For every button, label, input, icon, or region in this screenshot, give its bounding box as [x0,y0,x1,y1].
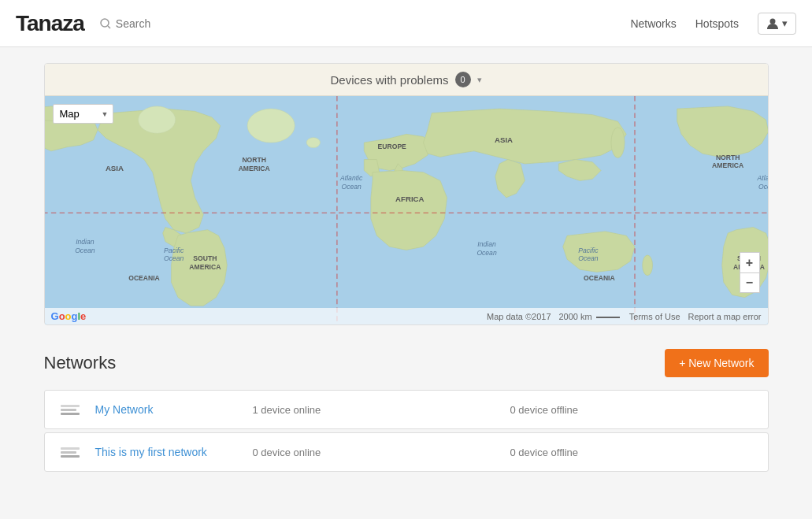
network-icon-bar-3 [61,413,80,415]
svg-text:Ocean: Ocean [163,254,184,262]
svg-text:NORTH: NORTH [242,156,265,164]
new-network-button[interactable]: + New Network [665,349,768,377]
world-map[interactable]: ASIA NORTH AMERICA EUROPE ASIA NORTH AME… [45,96,768,324]
zoom-controls: + − [740,252,760,293]
svg-text:EUROPE: EUROPE [377,143,406,150]
header: Tanaza Networks Hotspots ▾ [0,0,812,47]
network-icon [61,447,80,458]
svg-text:AMERICA: AMERICA [238,165,269,172]
search-icon [100,18,111,29]
map-container[interactable]: ASIA NORTH AMERICA EUROPE ASIA NORTH AME… [45,96,768,324]
problems-label: Devices with problems [330,73,448,87]
report-map-error-link[interactable]: Report a map error [688,312,762,321]
svg-text:Ocean: Ocean [758,183,768,191]
network-item[interactable]: This is my first network 0 device online… [44,432,769,472]
network-name[interactable]: This is my first network [95,446,237,458]
network-list: My Network 1 device online 0 device offl… [44,390,769,475]
google-logo: Google [51,310,87,322]
networks-header: Networks + New Network [44,349,769,377]
map-scale: 2000 km [559,312,621,321]
svg-text:Atlantic: Atlantic [756,174,767,182]
network-icon-bar-3 [61,455,80,458]
svg-text:Pacific: Pacific [163,247,184,254]
logo: Tanaza [16,11,84,36]
network-icon-bar-1 [61,447,80,450]
map-type-selector[interactable]: Map Satellite [53,104,113,124]
nav-hotspots[interactable]: Hotspots [695,17,739,30]
svg-point-4 [247,109,295,143]
user-icon [766,17,779,30]
svg-text:Ocean: Ocean [341,183,362,191]
network-offline-count: 0 device offline [510,404,752,416]
terms-of-use-link[interactable]: Terms of Use [629,312,680,321]
zoom-out-button[interactable]: − [740,272,760,293]
svg-text:Ocean: Ocean [75,247,95,254]
svg-point-8 [138,106,175,133]
svg-point-7 [642,255,652,276]
network-icon-bar-2 [61,451,76,454]
map-footer: Google Map data ©2017 2000 km Terms of U… [45,308,768,324]
main-content: Devices with problems 0 ▾ [36,63,777,475]
svg-text:OCEANIA: OCEANIA [128,274,160,282]
network-offline-count: 0 device offline [510,447,752,458]
networks-section: Networks + New Network My Network 1 devi… [44,349,769,475]
user-menu-button[interactable]: ▾ [758,13,796,35]
network-online-count: 1 device online [253,404,495,416]
svg-text:ASIA: ASIA [494,135,512,144]
svg-point-5 [306,138,320,148]
network-name[interactable]: My Network [95,403,237,416]
svg-point-6 [610,128,624,158]
svg-text:Atlantic: Atlantic [339,174,363,182]
svg-text:AMERICA: AMERICA [712,161,743,169]
network-item[interactable]: My Network 1 device online 0 device offl… [44,390,769,429]
svg-text:NORTH: NORTH [715,154,740,161]
network-icon-bar-1 [61,405,80,407]
network-online-count: 0 device online [253,447,495,458]
svg-line-1 [108,26,110,28]
svg-text:Indian: Indian [477,240,496,248]
problems-dropdown-caret[interactable]: ▾ [477,75,482,85]
map-type-dropdown[interactable]: Map Satellite [53,104,113,124]
search-bar[interactable] [100,17,210,30]
svg-text:Indian: Indian [76,238,95,246]
user-caret: ▾ [782,17,788,29]
svg-text:AMERICA: AMERICA [189,263,221,271]
network-icon-bar-2 [61,409,76,411]
map-card-header: Devices with problems 0 ▾ [45,64,768,96]
map-data-copyright: Map data ©2017 [487,312,551,321]
svg-text:Ocean: Ocean [476,249,497,257]
main-nav: Networks Hotspots ▾ [630,13,796,35]
map-card: Devices with problems 0 ▾ [44,63,769,325]
svg-point-0 [101,19,109,27]
svg-text:SOUTH: SOUTH [193,254,217,262]
networks-title: Networks [44,353,117,373]
svg-text:ASIA: ASIA [105,164,123,172]
search-input[interactable] [116,17,210,30]
svg-text:AFRICA: AFRICA [395,195,425,203]
nav-networks[interactable]: Networks [630,17,676,30]
map-svg: ASIA NORTH AMERICA EUROPE ASIA NORTH AME… [45,96,768,324]
zoom-in-button[interactable]: + [740,252,760,272]
problems-badge: 0 [455,72,471,87]
svg-point-2 [770,18,776,24]
network-icon [61,405,80,415]
svg-text:Pacific: Pacific [578,247,599,254]
svg-text:Ocean: Ocean [578,254,599,262]
svg-text:OCEANIA: OCEANIA [584,274,615,282]
